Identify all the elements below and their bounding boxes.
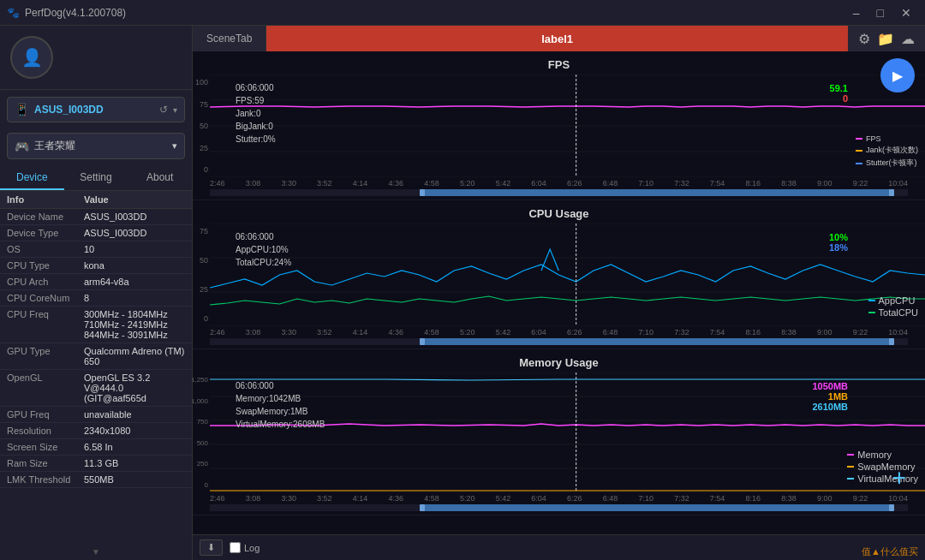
fps-chart-title: FPS — [193, 58, 925, 71]
memory-chart-values: 1050MB 1MB 2610MB — [812, 381, 848, 412]
cpu-chart-values: 10% 18% — [829, 232, 848, 253]
right-panel: SceneTab label1 ⚙ 📁 ☁ ▶ FPS 100 75 — [193, 26, 925, 560]
title-bar-left: 🐾 PerfDog(v4.1.200708) — [7, 7, 126, 19]
download-button[interactable]: ⬇ — [200, 539, 223, 556]
charts-area[interactable]: ▶ FPS 100 75 50 25 0 — [193, 51, 925, 534]
device-name-label: ASUS_I003DD — [34, 104, 154, 116]
watermark: 值▲什么值买 — [862, 545, 918, 558]
info-row: GPU TypeQualcomm Adreno (TM) 650 — [0, 343, 192, 370]
device-select[interactable]: 📱 ASUS_I003DD ↺ ▾ — [7, 97, 185, 122]
play-button[interactable]: ▶ — [880, 58, 915, 92]
cpu-scrollbar[interactable] — [210, 338, 908, 345]
avatar: 👤 — [10, 36, 53, 79]
info-row: OS10 — [0, 241, 192, 258]
info-row: Resolution2340x1080 — [0, 423, 192, 439]
title-bar-controls: – □ ✕ — [846, 4, 918, 21]
left-panel-tabs: Device Setting About — [0, 166, 192, 191]
app-game-icon: 🎮 — [15, 140, 29, 153]
info-row: GPU Frequnavailable — [0, 407, 192, 423]
device-dropdown-icon[interactable]: ▾ — [173, 105, 177, 115]
memory-chart-info: 06:06:000 Memory:1042MB SwapMemory:1MB V… — [236, 379, 325, 431]
fps-chart-values: 59.1 0 — [830, 83, 848, 104]
log-checkbox-area: Log — [230, 542, 260, 553]
memory-svg-area: 06:06:000 Memory:1042MB SwapMemory:1MB V… — [210, 372, 925, 492]
cpu-svg — [210, 223, 925, 326]
info-row: Screen Size6.58 In — [0, 439, 192, 456]
app-icon: 🐾 — [7, 7, 20, 19]
bottom-bar: ⬇ Log — [193, 534, 925, 560]
log-label: Log — [244, 543, 260, 553]
avatar-section: 👤 — [0, 26, 192, 90]
info-table: Info Value Device NameASUS_I003DDDevice … — [0, 191, 192, 544]
fps-legend: FPS Jank(卡顿次数) Stutter(卡顿率) — [856, 134, 918, 170]
close-button[interactable]: ✕ — [894, 4, 918, 21]
fps-svg — [210, 74, 925, 177]
fps-scrollbar[interactable] — [210, 189, 908, 196]
scroll-indicator: ▼ — [0, 544, 192, 560]
cpu-chart-title: CPU Usage — [193, 207, 925, 220]
scene-icons: ⚙ 📁 ☁ — [848, 26, 925, 51]
info-row: CPU Archarm64-v8a — [0, 274, 192, 290]
app-dropdown-icon[interactable]: ▾ — [172, 140, 177, 152]
log-checkbox[interactable] — [230, 542, 241, 553]
fps-chart-inner: 100 75 50 25 0 — [193, 74, 925, 177]
fps-svg-area: 06:06:000 FPS:59 Jank:0 BigJank:0 Stutte… — [210, 74, 925, 177]
info-row: Device NameASUS_I003DD — [0, 209, 192, 225]
info-row: CPU CoreNum8 — [0, 290, 192, 307]
info-row: CPU Typekona — [0, 258, 192, 274]
left-panel: 👤 📱 ASUS_I003DD ↺ ▾ 🎮 王者荣耀 ▾ Device Sett… — [0, 26, 193, 560]
fps-chart: FPS 100 75 50 25 0 — [193, 51, 925, 200]
cpu-x-axis: 2:463:083:303:524:144:364:585:205:426:04… — [193, 326, 925, 338]
cpu-chart: CPU Usage 75 50 25 0 — [193, 200, 925, 349]
fps-scrollbar-right-handle[interactable] — [889, 189, 894, 196]
info-row: OpenGLOpenGL ES 3.2 V@444.0 (GIT@aaf565d — [0, 370, 192, 407]
main-layout: 👤 📱 ASUS_I003DD ↺ ▾ 🎮 王者荣耀 ▾ Device Sett… — [0, 26, 925, 560]
scene-label1: label1 — [266, 26, 848, 51]
scene-tab-label[interactable]: SceneTab — [193, 26, 266, 51]
memory-scrollbar[interactable] — [210, 504, 908, 511]
fps-scrollbar-thumb[interactable] — [420, 189, 894, 196]
scene-header: SceneTab label1 ⚙ 📁 ☁ — [193, 26, 925, 51]
maximize-button[interactable]: □ — [870, 4, 891, 21]
memory-chart-title: Memory Usage — [193, 356, 925, 369]
fps-chart-info: 06:06:000 FPS:59 Jank:0 BigJank:0 Stutte… — [236, 81, 276, 146]
cpu-y-axis: 75 50 25 0 — [193, 223, 210, 326]
cloud-icon[interactable]: ☁ — [901, 31, 915, 47]
tab-about[interactable]: About — [128, 166, 192, 190]
memory-x-axis: 2:463:083:303:524:144:364:585:205:426:04… — [193, 492, 925, 504]
info-row: Ram Size11.3 GB — [0, 456, 192, 472]
memory-y-axis: 1,250 1,000 750 500 250 0 — [193, 372, 210, 492]
cpu-chart-inner: 75 50 25 0 — [193, 223, 925, 326]
memory-chart-inner: 1,250 1,000 750 500 250 0 — [193, 372, 925, 492]
folder-icon[interactable]: 📁 — [877, 31, 894, 47]
col-header-value: Value — [84, 194, 185, 205]
app-select[interactable]: 🎮 王者荣耀 ▾ — [7, 133, 185, 159]
cpu-scrollbar-left-handle[interactable] — [420, 338, 425, 345]
memory-scrollbar-left-handle[interactable] — [420, 504, 425, 511]
cpu-scrollbar-thumb[interactable] — [420, 338, 894, 345]
fps-y-axis: 100 75 50 25 0 — [193, 74, 210, 177]
info-row: LMK Threshold550MB — [0, 472, 192, 488]
tab-setting[interactable]: Setting — [64, 166, 128, 190]
info-row: Device TypeASUS_I003DD — [0, 225, 192, 241]
tab-device[interactable]: Device — [0, 166, 64, 190]
cpu-chart-info: 06:06:000 AppCPU:10% TotalCPU:24% — [236, 230, 291, 269]
memory-scrollbar-thumb[interactable] — [420, 504, 894, 511]
col-header-info: Info — [7, 194, 84, 205]
memory-scrollbar-right-handle[interactable] — [889, 504, 894, 511]
cpu-svg-area: 06:06:000 AppCPU:10% TotalCPU:24% 10% 18… — [210, 223, 925, 326]
info-row: CPU Freq300MHz - 1804MHz 710MHz - 2419MH… — [0, 307, 192, 343]
cpu-scrollbar-right-handle[interactable] — [889, 338, 894, 345]
minimize-button[interactable]: – — [846, 4, 867, 21]
info-rows-container: Device NameASUS_I003DDDevice TypeASUS_I0… — [0, 209, 192, 488]
refresh-icon[interactable]: ↺ — [159, 104, 168, 116]
app-name-label: 王者荣耀 — [34, 139, 167, 153]
app-title: PerfDog(v4.1.200708) — [25, 7, 126, 19]
fps-x-axis: 2:463:083:303:524:144:364:585:205:426:04… — [193, 177, 925, 189]
settings-icon[interactable]: ⚙ — [858, 31, 870, 47]
device-icon: 📱 — [15, 103, 29, 116]
cpu-legend: AppCPU TotalCPU — [868, 295, 918, 319]
fps-scrollbar-left-handle[interactable] — [420, 189, 425, 196]
title-bar: 🐾 PerfDog(v4.1.200708) – □ ✕ — [0, 0, 925, 26]
add-chart-button[interactable]: + — [884, 462, 915, 493]
